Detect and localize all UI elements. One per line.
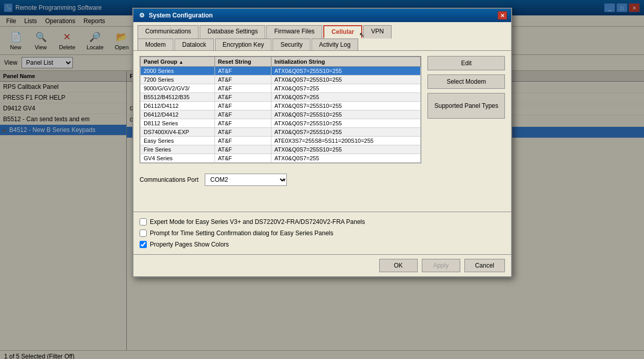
cell-group: DS7400XiV4-EXP bbox=[141, 128, 215, 137]
property-label: Property Pages Show Colors bbox=[150, 241, 229, 248]
cell-reset: AT&F bbox=[214, 102, 271, 110]
port-label: Communications Port bbox=[140, 176, 199, 183]
expert-checkbox[interactable] bbox=[140, 218, 147, 225]
ok-button[interactable]: OK bbox=[379, 259, 418, 272]
system-config-dialog: ⚙ System Configuration ✕ Communications … bbox=[132, 8, 512, 277]
table-row[interactable]: Fire Series AT&F ATX0&Q0S7=255S10=255 bbox=[141, 145, 421, 154]
tab-communications[interactable]: Communications bbox=[138, 25, 199, 39]
cell-init: ATX0&Q0S7=255S10=255 bbox=[271, 102, 421, 110]
cell-reset: AT&F bbox=[214, 119, 271, 128]
cell-reset: AT&F bbox=[214, 84, 271, 93]
cancel-button[interactable]: Cancel bbox=[464, 259, 505, 272]
checkbox-row-2: Property Pages Show Colors bbox=[140, 239, 505, 250]
apply-button[interactable]: Apply bbox=[422, 259, 460, 272]
cell-group: D8112 Series bbox=[141, 119, 215, 128]
dialog-title: System Configuration bbox=[149, 12, 498, 19]
select-modem-button[interactable]: Select Modem bbox=[427, 74, 505, 89]
cell-group: D6412/D4412 bbox=[141, 110, 215, 119]
cell-reset: AT&F bbox=[214, 75, 271, 84]
checkbox-row-1: Prompt for Time Setting Confirmation dia… bbox=[140, 228, 505, 239]
checkbox-row-0: Expert Mode for Easy Series V3+ and DS72… bbox=[140, 216, 505, 228]
tabs-row-1: Communications Database Settings Firmwar… bbox=[133, 22, 511, 39]
col-reset-string[interactable]: Reset String bbox=[214, 57, 271, 67]
cell-group: D6112/D4112 bbox=[141, 102, 215, 110]
right-panel: Edit Select Modem Supported Panel Types bbox=[427, 56, 505, 163]
table-row[interactable]: D6412/D4412 AT&F ATX0&Q0S7=255S10=255 bbox=[141, 110, 421, 119]
dialog-icon: ⚙ bbox=[138, 11, 146, 20]
tab-cellular[interactable]: Cellular ↖ bbox=[323, 25, 362, 39]
cell-reset: AT&F bbox=[214, 154, 271, 163]
prompt-checkbox[interactable] bbox=[140, 230, 147, 237]
table-row[interactable]: GV4 Series AT&F ATX0&Q0S7=255 bbox=[141, 154, 421, 163]
property-checkbox[interactable] bbox=[140, 241, 147, 248]
cell-reset: AT&F bbox=[214, 128, 271, 137]
table-row[interactable]: Easy Series AT&F ATE0X3S7=255S8=5S11=200… bbox=[141, 137, 421, 145]
col-panel-group[interactable]: Panel Group ▲ bbox=[141, 57, 215, 67]
tab-vpn[interactable]: VPN bbox=[363, 25, 392, 39]
table-row[interactable]: D6112/D4112 AT&F ATX0&Q0S7=255S10=255 bbox=[141, 102, 421, 110]
table-row[interactable]: 9000/G/GV2/GV3/ AT&F ATX0&Q0S7=255 bbox=[141, 84, 421, 93]
dialog-close-button[interactable]: ✕ bbox=[498, 11, 507, 20]
supported-panel-button[interactable]: Supported Panel Types bbox=[427, 93, 505, 119]
tab-database[interactable]: Database Settings bbox=[200, 25, 265, 39]
expert-label: Expert Mode for Easy Series V3+ and DS72… bbox=[150, 218, 365, 225]
cell-reset: AT&F bbox=[214, 93, 271, 102]
cell-init: ATX0&Q0S7=255S10=255 bbox=[271, 67, 421, 75]
cell-group: GV4 Series bbox=[141, 154, 215, 163]
tab-datalock[interactable]: Datalock bbox=[174, 39, 214, 50]
cell-reset: AT&F bbox=[214, 67, 271, 75]
cell-init: ATX0&Q0S7=255S10=255 bbox=[271, 145, 421, 154]
modal-overlay: ⚙ System Configuration ✕ Communications … bbox=[0, 0, 644, 359]
port-section: Communications Port COM2 COM1 COM3 COM4 … bbox=[133, 168, 511, 191]
cell-reset: AT&F bbox=[214, 137, 271, 145]
sort-icon: ▲ bbox=[179, 60, 183, 65]
cell-group: Easy Series bbox=[141, 137, 215, 145]
cell-group: 2000 Series bbox=[141, 67, 215, 75]
port-select[interactable]: COM2 COM1 COM3 COM4 bbox=[205, 174, 287, 186]
cell-group: Fire Series bbox=[141, 145, 215, 154]
modem-table-wrap[interactable]: Panel Group ▲ Reset String Initializatio… bbox=[140, 56, 421, 163]
cell-init: ATE0X3S7=255S8=5S11=200S10=255 bbox=[271, 137, 421, 145]
cell-init: ATX0&Q0S7=255 bbox=[271, 154, 421, 163]
app-window: 🔧 Remote Programming Software _ □ ✕ File… bbox=[0, 0, 644, 359]
table-row[interactable]: 7200 Series AT&F ATX0&Q0S7=255S10=255 bbox=[141, 75, 421, 84]
tab-firmware[interactable]: Firmware Files bbox=[266, 25, 322, 39]
cell-init: ATX0&Q0S7=255S10=255 bbox=[271, 128, 421, 137]
table-row[interactable]: B5512/B4512/B35 AT&F ATX0&Q0S7=255 bbox=[141, 93, 421, 102]
cursor-icon: ↖ bbox=[359, 31, 364, 39]
spacer bbox=[133, 191, 511, 212]
table-row[interactable]: D8112 Series AT&F ATX0&Q0S7=255S10=255 bbox=[141, 119, 421, 128]
cell-group: 9000/G/GV2/GV3/ bbox=[141, 84, 215, 93]
tab-activity-log[interactable]: Activity Log bbox=[311, 39, 358, 50]
checkbox-section: Expert Mode for Easy Series V3+ and DS72… bbox=[133, 212, 511, 254]
tabs-row-2: Modem Datalock Encryption Key Security A… bbox=[133, 39, 511, 51]
dialog-title-bar: ⚙ System Configuration ✕ bbox=[133, 9, 511, 22]
tab-security[interactable]: Security bbox=[272, 39, 310, 50]
tab-encryption[interactable]: Encryption Key bbox=[215, 39, 272, 50]
cell-init: ATX0&Q0S7=255S10=255 bbox=[271, 110, 421, 119]
edit-button[interactable]: Edit bbox=[427, 56, 505, 70]
table-row[interactable]: 2000 Series AT&F ATX0&Q0S7=255S10=255 bbox=[141, 67, 421, 75]
dialog-main-content: Panel Group ▲ Reset String Initializatio… bbox=[133, 51, 511, 168]
cell-init: ATX0&Q0S7=255S10=255 bbox=[271, 119, 421, 128]
prompt-label: Prompt for Time Setting Confirmation dia… bbox=[150, 230, 334, 237]
table-row[interactable]: DS7400XiV4-EXP AT&F ATX0&Q0S7=255S10=255 bbox=[141, 128, 421, 137]
cell-reset: AT&F bbox=[214, 110, 271, 119]
modem-table: Panel Group ▲ Reset String Initializatio… bbox=[140, 56, 421, 163]
cell-group: B5512/B4512/B35 bbox=[141, 93, 215, 102]
tab-modem[interactable]: Modem bbox=[138, 39, 173, 50]
cell-reset: AT&F bbox=[214, 145, 271, 154]
dialog-bottom-buttons: OK Apply Cancel bbox=[133, 254, 511, 276]
col-init-string[interactable]: Initialization String bbox=[271, 57, 421, 67]
cell-init: ATX0&Q0S7=255 bbox=[271, 93, 421, 102]
cell-init: ATX0&Q0S7=255 bbox=[271, 84, 421, 93]
cell-group: 7200 Series bbox=[141, 75, 215, 84]
cell-init: ATX0&Q0S7=255S10=255 bbox=[271, 75, 421, 84]
